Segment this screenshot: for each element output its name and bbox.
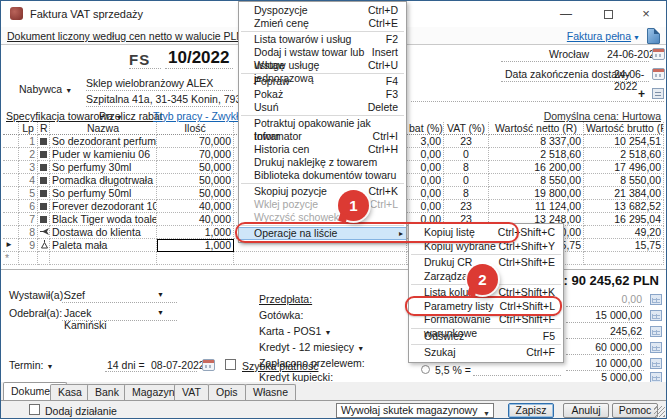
term-label[interactable]: Termin:▼ xyxy=(9,359,53,371)
col-netto[interactable]: Wartość netto (R) xyxy=(489,122,584,135)
col-r[interactable]: R xyxy=(38,122,50,135)
menu-item[interactable]: Dodaj i wstaw towar lub usługęInsert xyxy=(239,46,406,59)
cell-netto[interactable]: 2 518,60 xyxy=(489,148,584,161)
minimize-button[interactable]: — xyxy=(552,1,580,27)
cell-netto[interactable]: 8 337,00 xyxy=(489,135,584,148)
cell-discount[interactable]: 0,00 xyxy=(407,161,444,174)
cell-brutto[interactable]: 15,75 xyxy=(584,239,664,252)
menu-item[interactable]: Formatowanie warunkoweCtrl+Shift+F xyxy=(409,313,563,327)
cell-name[interactable]: Paleta mała xyxy=(50,239,157,252)
cell-brutto[interactable] xyxy=(584,252,664,265)
cell-discount[interactable]: 3,00 xyxy=(407,135,444,148)
row-selector[interactable] xyxy=(3,135,19,148)
add-field-button[interactable]: + xyxy=(638,87,645,101)
resize-grip[interactable] xyxy=(654,406,665,417)
cell-netto[interactable]: 19 800,00 xyxy=(489,187,584,200)
col-discount[interactable]: bat (%) xyxy=(407,122,444,135)
maximize-button[interactable] xyxy=(594,1,622,27)
cell-discount[interactable]: 0,00 xyxy=(407,200,444,213)
cell-brutto[interactable]: 8 550,00 xyxy=(584,174,664,187)
calendar-icon[interactable] xyxy=(652,48,665,60)
calculator-icon[interactable] xyxy=(650,342,662,353)
cell-name[interactable]: Black Tiger woda toaletow xyxy=(50,213,157,226)
cell-qty[interactable]: 50,000 xyxy=(157,161,234,174)
cell-qty[interactable]: 50,000 xyxy=(157,174,234,187)
menu-item[interactable]: Kopiuj listęCtrl+Shift+C xyxy=(409,226,563,240)
tab-kasa[interactable]: Kasa xyxy=(50,384,90,400)
cell-netto[interactable]: 11 124,00 xyxy=(489,200,584,213)
row-selector[interactable] xyxy=(3,226,19,239)
cell-brutto[interactable]: 2 518,60 xyxy=(584,148,664,161)
receiver-value[interactable]: Jacek Kamiński xyxy=(64,307,107,331)
issue-city[interactable]: Wrocław xyxy=(549,48,589,60)
menu-item[interactable]: DyspozycjeCtrl+D xyxy=(239,4,406,17)
help-button[interactable]: Pomoc xyxy=(612,403,658,418)
cell-name[interactable]: So perfumy 50ml xyxy=(50,187,157,200)
menu-item[interactable]: PoprawF4 xyxy=(239,75,406,88)
menu-item[interactable]: Lista towarów i usługF2 xyxy=(239,33,406,46)
cell-name[interactable]: Forever dezodorant 100ml xyxy=(50,200,157,213)
doc-number[interactable]: 10/2022 xyxy=(168,48,229,68)
cell-vat[interactable]: 0 xyxy=(444,174,489,187)
cancel-button[interactable]: Anuluj xyxy=(563,403,609,418)
chevron-down-icon[interactable]: ▼ xyxy=(157,291,164,298)
cell-qty[interactable]: 1,000 xyxy=(157,226,234,239)
col-lp[interactable]: Lp xyxy=(19,122,38,135)
term-days[interactable]: 14 dni = xyxy=(107,359,145,371)
tab-wlasne[interactable]: Własne xyxy=(245,384,296,400)
cell-discount[interactable]: 0,00 xyxy=(407,174,444,187)
menu-item[interactable]: OdświeżF5 xyxy=(409,330,563,344)
col-vat[interactable]: VAT (%) xyxy=(444,122,489,135)
buyer-label[interactable]: Nabywca▼ xyxy=(19,83,72,95)
term-date[interactable]: 08-07-2022 xyxy=(151,359,205,371)
cell-name[interactable]: Pomadka długotrwała 03 xyxy=(50,174,157,187)
tab-bank[interactable]: Bank xyxy=(87,384,127,400)
menu-item[interactable]: InformatorCtrl+I xyxy=(239,130,406,143)
cell-netto[interactable]: 8 550,00 xyxy=(489,174,584,187)
col-brutto[interactable]: Wartość brutto (R) xyxy=(584,122,664,135)
tab-vat[interactable]: VAT xyxy=(174,384,209,400)
cell-name[interactable] xyxy=(50,252,157,265)
credit-label[interactable]: Kredyt - 12 miesięcy▼ xyxy=(259,341,364,353)
quick-payment-checkbox[interactable] xyxy=(225,359,236,370)
credit-rate[interactable]: 5,5 % = xyxy=(435,364,471,376)
chevron-down-icon[interactable]: ▼ xyxy=(157,309,164,316)
menu-item-operations-on-list[interactable]: Operacje na liście▸ xyxy=(239,227,406,240)
menu-item[interactable]: Biblioteka dokumentów towaru xyxy=(239,169,406,182)
cell-brutto[interactable]: 49,20 xyxy=(584,226,664,239)
menu-item[interactable]: SzukajCtrl+F xyxy=(409,346,563,360)
menu-item[interactable]: Kopiuj wybraneCtrl+Shift+Y xyxy=(409,240,563,254)
calendar-icon[interactable] xyxy=(202,359,215,371)
cash-amount[interactable]: 15 000,00 xyxy=(595,309,642,321)
menu-item[interactable]: PokażF3 xyxy=(239,88,406,101)
menu-item[interactable]: Potraktuj opakowanie jak towar xyxy=(239,117,406,130)
cell-qty[interactable]: 70,000 xyxy=(157,135,234,148)
col-name[interactable]: Nazwa xyxy=(50,122,157,135)
cell-discount[interactable]: 0,00 xyxy=(407,187,444,200)
cell-name[interactable]: So perfumy 30ml xyxy=(50,161,157,174)
issuer-value[interactable]: Szef xyxy=(64,289,85,301)
save-button[interactable]: Zapisz xyxy=(508,403,554,418)
calculator-icon[interactable] xyxy=(650,326,662,337)
cell-qty-editing[interactable]: 1,000 xyxy=(157,239,234,252)
cell-netto[interactable]: 16 200,00 xyxy=(489,161,584,174)
cell-brutto[interactable]: 16 295,04 xyxy=(584,213,664,226)
invoice-type-link[interactable]: Faktura pełna▼ xyxy=(567,30,640,42)
quick-payment-label[interactable]: Szybka płatność xyxy=(242,360,318,372)
menu-item[interactable]: Skopiuj pozycjeCtrl+K xyxy=(239,185,406,198)
menu-item-list-parameters[interactable]: Parametry listyCtrl+Shift+L xyxy=(409,300,563,314)
calculator-icon[interactable] xyxy=(650,294,662,305)
row-selector[interactable] xyxy=(3,161,19,174)
row-selector[interactable] xyxy=(3,200,19,213)
menu-item[interactable]: Drukuj CRCtrl+Shift+E xyxy=(409,256,563,270)
add-action-checkbox[interactable] xyxy=(29,404,40,415)
credit-rate-radio[interactable] xyxy=(421,365,430,374)
cell-qty[interactable] xyxy=(157,252,234,265)
row-selector[interactable] xyxy=(3,187,19,200)
cell-vat[interactable]: 8 xyxy=(444,161,489,174)
cell-vat[interactable]: 23 xyxy=(444,200,489,213)
calendar-icon[interactable] xyxy=(652,68,665,80)
cell-qty[interactable]: 70,000 xyxy=(157,148,234,161)
tab-opis[interactable]: Opis xyxy=(208,384,246,400)
cell-brutto[interactable]: 13 682,52 xyxy=(584,200,664,213)
